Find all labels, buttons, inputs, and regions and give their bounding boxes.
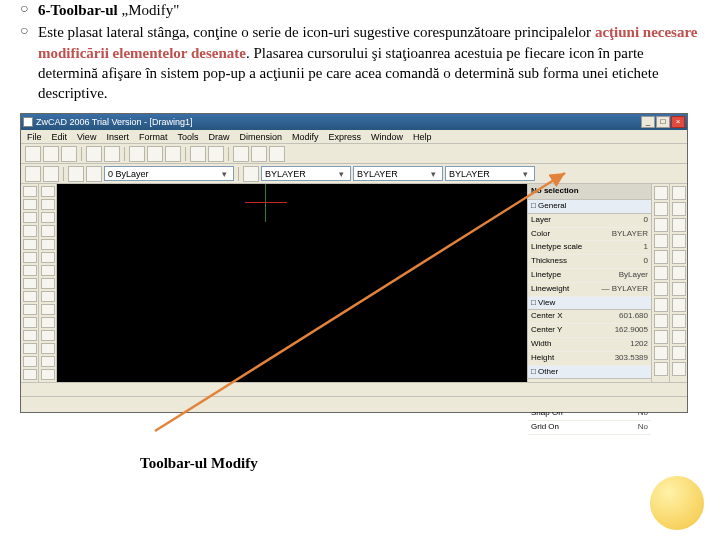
save-icon[interactable]	[61, 146, 77, 162]
dim-tolerance-icon[interactable]	[672, 314, 686, 328]
dim-style-icon[interactable]	[672, 362, 686, 376]
block-icon[interactable]	[41, 330, 55, 341]
arc-icon[interactable]	[41, 252, 55, 263]
line-icon[interactable]	[41, 186, 55, 197]
menu-modify[interactable]: Modify	[292, 131, 319, 143]
dim-center-icon[interactable]	[672, 330, 686, 344]
mirror-icon[interactable]	[23, 212, 37, 223]
point-icon[interactable]	[41, 343, 55, 354]
explode-icon[interactable]	[23, 369, 37, 380]
menu-insert[interactable]: Insert	[106, 131, 129, 143]
chamfer-icon[interactable]	[23, 343, 37, 354]
menu-edit[interactable]: Edit	[52, 131, 68, 143]
ellipse-icon[interactable]	[41, 291, 55, 302]
stretch-icon[interactable]	[23, 291, 37, 302]
property-row[interactable]: Thickness0	[528, 255, 651, 269]
props-section-view[interactable]: □ View	[528, 297, 651, 311]
color-icon[interactable]	[243, 166, 259, 182]
menu-express[interactable]: Express	[329, 131, 362, 143]
paste-icon[interactable]	[165, 146, 181, 162]
command-line[interactable]	[21, 382, 687, 396]
snap-quad-icon[interactable]	[654, 250, 668, 264]
snap-mid-icon[interactable]	[654, 202, 668, 216]
cut-icon[interactable]	[129, 146, 145, 162]
layer-prev-icon[interactable]	[43, 166, 59, 182]
menu-view[interactable]: View	[77, 131, 96, 143]
property-row[interactable]: Lineweight— BYLAYER	[528, 283, 651, 297]
help-icon[interactable]	[269, 146, 285, 162]
erase-icon[interactable]	[23, 186, 37, 197]
zoom-icon[interactable]	[233, 146, 249, 162]
circle-icon[interactable]	[41, 265, 55, 276]
snap-node-icon[interactable]	[654, 298, 668, 312]
snap-center-icon[interactable]	[654, 234, 668, 248]
dim-diameter-icon[interactable]	[672, 234, 686, 248]
props-section-general[interactable]: □ General	[528, 200, 651, 214]
region-icon[interactable]	[41, 356, 55, 367]
minimize-button[interactable]: _	[641, 116, 655, 128]
pan-icon[interactable]	[251, 146, 267, 162]
copy-icon[interactable]	[147, 146, 163, 162]
menu-dimension[interactable]: Dimension	[239, 131, 282, 143]
menu-help[interactable]: Help	[413, 131, 432, 143]
layer-manager-icon[interactable]	[25, 166, 41, 182]
linetype-select[interactable]: BYLAYER▾	[353, 166, 443, 181]
break-icon[interactable]	[23, 330, 37, 341]
menu-format[interactable]: Format	[139, 131, 168, 143]
array-icon[interactable]	[23, 239, 37, 250]
menu-window[interactable]: Window	[371, 131, 403, 143]
property-row[interactable]: Height303.5389	[528, 352, 651, 366]
scale-icon[interactable]	[23, 278, 37, 289]
snap-int-icon[interactable]	[654, 218, 668, 232]
hatch-icon[interactable]	[41, 304, 55, 315]
snap-near-icon[interactable]	[654, 330, 668, 344]
dim-linear-icon[interactable]	[672, 186, 686, 200]
open-icon[interactable]	[43, 146, 59, 162]
layer-select[interactable]: 0 ByLayer▾	[104, 166, 234, 181]
offset-icon[interactable]	[23, 225, 37, 236]
dim-angular-icon[interactable]	[672, 250, 686, 264]
dim-aligned-icon[interactable]	[672, 202, 686, 216]
dim-continue-icon[interactable]	[672, 282, 686, 296]
props-section-other[interactable]: □ Other	[528, 366, 651, 380]
polygon-icon[interactable]	[41, 225, 55, 236]
property-row[interactable]: Grid OnNo	[528, 421, 651, 435]
dim-leader-icon[interactable]	[672, 298, 686, 312]
property-row[interactable]: ColorBYLAYER	[528, 228, 651, 242]
spline-icon[interactable]	[41, 278, 55, 289]
lineweight-select[interactable]: BYLAYER▾	[445, 166, 535, 181]
dim-edit-icon[interactable]	[672, 346, 686, 360]
extend-icon[interactable]	[23, 317, 37, 328]
drawing-canvas[interactable]	[57, 184, 527, 382]
snap-none-icon[interactable]	[654, 346, 668, 360]
property-row[interactable]: Center Y162.9005	[528, 324, 651, 338]
property-row[interactable]: Linetype scale1	[528, 241, 651, 255]
undo-icon[interactable]	[190, 146, 206, 162]
print-icon[interactable]	[86, 146, 102, 162]
menu-draw[interactable]: Draw	[208, 131, 229, 143]
property-row[interactable]: LinetypeByLayer	[528, 269, 651, 283]
rotate-icon[interactable]	[23, 265, 37, 276]
snap-end-icon[interactable]	[654, 186, 668, 200]
snap-settings-icon[interactable]	[654, 362, 668, 376]
fillet-icon[interactable]	[23, 356, 37, 367]
new-icon[interactable]	[25, 146, 41, 162]
preview-icon[interactable]	[104, 146, 120, 162]
dim-baseline-icon[interactable]	[672, 266, 686, 280]
pline-icon[interactable]	[41, 212, 55, 223]
menu-tools[interactable]: Tools	[177, 131, 198, 143]
snap-tan-icon[interactable]	[654, 266, 668, 280]
copy-tool-icon[interactable]	[23, 199, 37, 210]
redo-icon[interactable]	[208, 146, 224, 162]
close-button[interactable]: ×	[671, 116, 685, 128]
lock-icon[interactable]	[86, 166, 102, 182]
dim-radius-icon[interactable]	[672, 218, 686, 232]
snap-ins-icon[interactable]	[654, 314, 668, 328]
menu-file[interactable]: File	[27, 131, 42, 143]
xline-icon[interactable]	[41, 199, 55, 210]
text-icon[interactable]	[41, 317, 55, 328]
table-icon[interactable]	[41, 369, 55, 380]
trim-icon[interactable]	[23, 304, 37, 315]
snap-perp-icon[interactable]	[654, 282, 668, 296]
move-icon[interactable]	[23, 252, 37, 263]
